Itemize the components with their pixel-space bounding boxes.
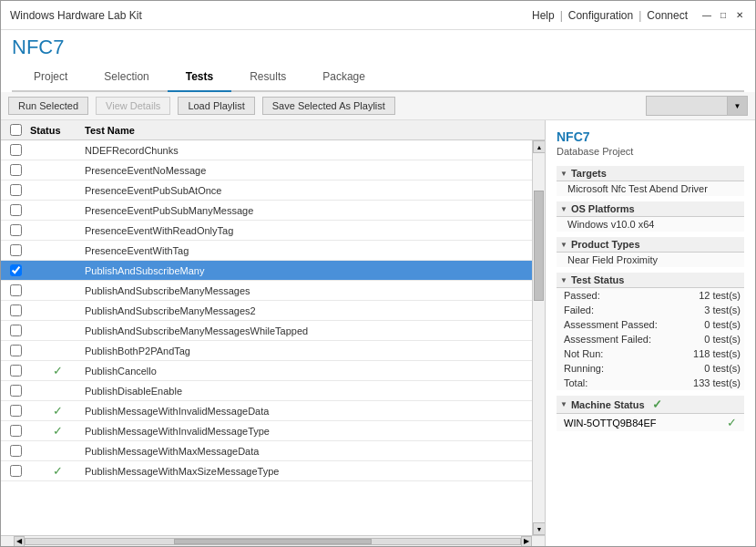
scroll-right-arrow[interactable]: ▶ xyxy=(521,536,532,547)
row-test-name: PresenceEventPubSubAtOnce xyxy=(85,185,532,196)
horizontal-scrollbar[interactable]: ◀ ▶ xyxy=(1,535,545,546)
table-row[interactable]: ✓ PublishMessageWithMaxSizeMessageType xyxy=(1,461,532,481)
machine-status-label: Machine Status xyxy=(571,399,645,410)
row-checkbox[interactable] xyxy=(10,244,22,256)
table-row[interactable]: PresenceEventPubSubAtOnce xyxy=(1,181,532,201)
row-checkbox[interactable] xyxy=(10,385,22,397)
row-test-name: PresenceEventWithTag xyxy=(85,245,532,256)
table-row[interactable]: PublishBothP2PAndTag xyxy=(1,341,532,361)
row-status-pass: ✓ xyxy=(30,404,85,418)
playlist-input[interactable] xyxy=(646,96,728,116)
table-body: NDEFRecordChunks PresenceEventNoMessage … xyxy=(1,140,532,535)
test-status-header[interactable]: ▼ Test Status xyxy=(557,273,744,288)
scroll-thumb[interactable] xyxy=(534,191,544,302)
machine-status-collapse-icon: ▼ xyxy=(560,400,567,408)
row-checkbox[interactable] xyxy=(10,405,22,417)
help-link[interactable]: Help xyxy=(532,9,555,22)
row-test-name: PublishMessageWithMaxSizeMessageType xyxy=(85,466,532,477)
minimize-button[interactable]: — xyxy=(700,9,713,22)
test-status-collapse-icon: ▼ xyxy=(560,276,567,284)
os-platforms-header[interactable]: ▼ OS Platforms xyxy=(557,201,744,217)
scroll-track[interactable] xyxy=(533,153,545,522)
header-test-name: Test Name xyxy=(85,125,545,136)
row-checkbox[interactable] xyxy=(10,425,22,437)
table-row[interactable]: NDEFRecordChunks xyxy=(1,140,532,160)
table-row[interactable]: PublishMessageWithMaxMessageData xyxy=(1,441,532,461)
table-row[interactable]: ✓ PublishMessageWithInvalidMessageType xyxy=(1,421,532,441)
row-checkbox[interactable] xyxy=(10,465,22,477)
save-playlist-button[interactable]: Save Selected As Playlist xyxy=(262,97,395,115)
os-platforms-section: ▼ OS Platforms Windows v10.0 x64 xyxy=(557,201,744,232)
scroll-left-arrow[interactable]: ◀ xyxy=(14,536,25,547)
h-scroll-thumb[interactable] xyxy=(174,539,372,544)
status-row-assessment-passed: Assessment Passed: 0 test(s) xyxy=(557,317,744,332)
row-checkbox[interactable] xyxy=(10,144,22,156)
row-checkbox[interactable] xyxy=(10,445,22,457)
status-label-running: Running: xyxy=(557,361,679,376)
h-scroll-track[interactable] xyxy=(25,538,521,545)
table-scroll-area: NDEFRecordChunks PresenceEventNoMessage … xyxy=(1,140,545,535)
load-playlist-button[interactable]: Load Playlist xyxy=(178,97,254,115)
close-button[interactable]: ✕ xyxy=(733,9,746,22)
row-checkbox[interactable] xyxy=(10,304,22,316)
table-row[interactable]: PresenceEventPubSubManyMessage xyxy=(1,201,532,221)
vertical-scrollbar[interactable]: ▲ ▼ xyxy=(532,140,545,535)
table-row[interactable]: PresenceEventNoMessage xyxy=(1,160,532,181)
right-panel: NFC7 Database Project ▼ Targets Microsof… xyxy=(546,120,755,546)
configuration-link[interactable]: Configuration xyxy=(568,9,633,22)
row-test-name: PublishBothP2PAndTag xyxy=(85,346,532,356)
table-row[interactable]: PublishAndSubscribeManyMessages xyxy=(1,281,532,301)
row-checkbox[interactable] xyxy=(10,365,22,377)
row-test-name: PresenceEventNoMessage xyxy=(85,165,532,176)
machine-status-header[interactable]: ▼ Machine Status ✓ xyxy=(557,396,744,414)
table-row[interactable]: PublishDisableEnable xyxy=(1,381,532,401)
table-row[interactable]: ✓ PublishCancello xyxy=(1,361,532,381)
status-value-not-run: 118 test(s) xyxy=(679,346,744,361)
row-checkbox[interactable] xyxy=(10,164,22,176)
playlist-dropdown-arrow[interactable]: ▼ xyxy=(728,96,748,116)
status-value-failed: 3 test(s) xyxy=(679,303,744,317)
run-selected-button[interactable]: Run Selected xyxy=(8,97,88,115)
row-checkbox[interactable] xyxy=(10,184,22,196)
view-details-button[interactable]: View Details xyxy=(96,97,170,115)
table-row[interactable]: PublishAndSubscribeManyMessages2 xyxy=(1,301,532,321)
select-all-checkbox[interactable] xyxy=(10,124,22,136)
right-panel-subtitle: Database Project xyxy=(557,146,744,157)
table-row[interactable]: ✓ PublishMessageWithInvalidMessageData xyxy=(1,401,532,421)
tab-project[interactable]: Project xyxy=(15,63,86,92)
tab-package[interactable]: Package xyxy=(304,63,383,92)
machine-status-check: ✓ xyxy=(727,416,737,429)
status-value-assessment-failed: 0 test(s) xyxy=(679,332,744,346)
tab-tests[interactable]: Tests xyxy=(168,63,231,92)
test-status-label: Test Status xyxy=(571,274,624,285)
machine-status-section: ▼ Machine Status ✓ WIN-5OTTQ9B84EF ✓ xyxy=(557,396,744,431)
targets-collapse-icon: ▼ xyxy=(560,170,567,178)
row-status-pass: ✓ xyxy=(30,364,85,377)
row-checkbox[interactable] xyxy=(10,345,22,356)
table-row[interactable]: PresenceEventWithTag xyxy=(1,241,532,261)
targets-section: ▼ Targets Microsoft Nfc Test Abend Drive… xyxy=(557,166,744,196)
product-types-header[interactable]: ▼ Product Types xyxy=(557,237,744,253)
maximize-button[interactable]: □ xyxy=(717,9,730,22)
connect-link[interactable]: Connect xyxy=(647,9,688,22)
row-checkbox[interactable] xyxy=(10,325,22,336)
table-row-selected[interactable]: PublishAndSubscribeMany xyxy=(1,261,532,281)
table-row[interactable]: PublishAndSubscribeManyMessagesWhileTapp… xyxy=(1,321,532,341)
status-value-total: 133 test(s) xyxy=(679,376,744,390)
row-checkbox[interactable] xyxy=(10,264,22,276)
table-header: Status Test Name xyxy=(1,120,545,140)
status-label-not-run: Not Run: xyxy=(557,346,679,361)
scroll-up-arrow[interactable]: ▲ xyxy=(533,140,545,153)
row-checkbox[interactable] xyxy=(10,204,22,216)
row-checkbox[interactable] xyxy=(10,284,22,296)
row-checkbox[interactable] xyxy=(10,224,22,236)
scroll-down-arrow[interactable]: ▼ xyxy=(533,522,545,535)
machine-name: WIN-5OTTQ9B84EF xyxy=(564,418,656,428)
targets-header[interactable]: ▼ Targets xyxy=(557,166,744,181)
window-controls: — □ ✕ xyxy=(700,9,746,22)
product-types-collapse-icon: ▼ xyxy=(560,241,567,249)
table-row[interactable]: PresenceEventWithReadOnlyTag xyxy=(1,221,532,241)
tab-results[interactable]: Results xyxy=(231,63,304,92)
row-test-name: PublishMessageWithInvalidMessageType xyxy=(85,426,532,437)
tab-selection[interactable]: Selection xyxy=(86,63,167,92)
